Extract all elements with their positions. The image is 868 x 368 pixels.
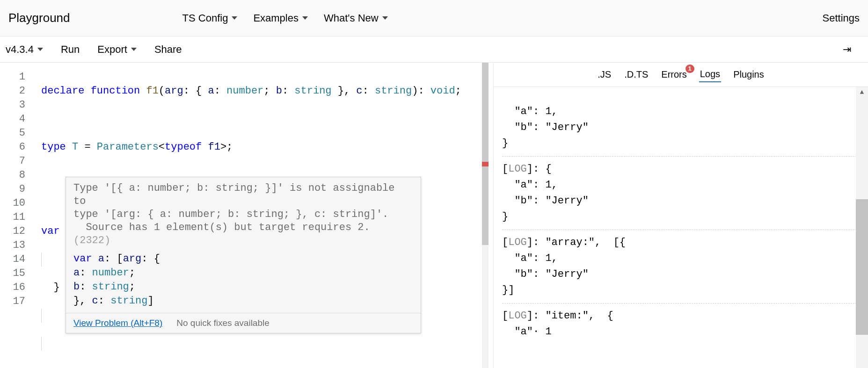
kw-typeof: typeof [165, 141, 202, 153]
line-number: 15 [0, 267, 25, 281]
param-c: c [92, 295, 98, 307]
menu-ts-config-label: TS Config [182, 12, 228, 24]
hover-tooltip: Type '[{ a: number; b: string; }]' is no… [66, 177, 421, 333]
type-string: string [294, 85, 331, 97]
sub-bar: v4.3.4 Run Export Share ⇥ [0, 36, 868, 63]
log-head: { [539, 163, 551, 175]
tab-dts[interactable]: .D.TS [623, 67, 649, 82]
chevron-down-icon [131, 48, 137, 51]
type-void: void [430, 85, 455, 97]
move-right-icon[interactable]: ⇥ [843, 43, 862, 56]
side-panel: .JS .D.TS Errors 1 Logs Plugins "a": 1, … [494, 63, 868, 368]
minimap-error-marker[interactable] [482, 162, 489, 166]
type-number: number [92, 267, 129, 279]
tab-plugins[interactable]: Plugins [732, 67, 765, 82]
log-line: "b": "Jerry" [502, 195, 589, 207]
export-button[interactable]: Export [97, 43, 137, 56]
prop-b: b [73, 281, 80, 293]
type-string: string [110, 295, 147, 307]
line-number: 1 [0, 70, 25, 84]
log-line: "a"· 1 [502, 326, 552, 338]
fn-name: f1 [146, 85, 158, 97]
version-label: v4.3.4 [6, 43, 34, 56]
id-f1: f1 [208, 141, 220, 153]
param-c: c [356, 85, 362, 97]
scroll-up-icon[interactable]: ▲ [856, 87, 868, 97]
hover-type-signature: var a: [arg: { a: number; b: string; }, … [66, 250, 421, 313]
top-menu: TS Config Examples What's New [182, 12, 388, 24]
log-line: "b": "Jerry" [502, 122, 589, 133]
line-number: 13 [0, 238, 25, 253]
prop-a: a [73, 267, 80, 279]
line-number: 8 [0, 168, 25, 182]
minimap[interactable] [482, 63, 489, 368]
export-label: Export [97, 43, 127, 56]
type-string: string [375, 85, 412, 97]
id-cons: cons [41, 366, 66, 368]
line-number: 3 [0, 98, 25, 112]
msg-line: Source has 1 element(s) but target requi… [73, 222, 376, 233]
line-number: 7 [0, 154, 25, 168]
log-label: LOG [508, 237, 527, 248]
menu-examples-label: Examples [253, 12, 299, 24]
menu-examples[interactable]: Examples [253, 12, 308, 24]
line-number: 17 [0, 295, 25, 309]
kw-declare: declare [41, 85, 84, 97]
minimap-thumb[interactable] [482, 63, 489, 245]
type-t: T [72, 141, 78, 153]
line-number: 10 [0, 196, 25, 210]
hover-error-message: Type '[{ a: number; b: string; }]' is no… [66, 177, 421, 250]
page-title: Playground [8, 11, 70, 25]
log-head: "array:", [{ [539, 237, 626, 248]
view-problem-link[interactable]: View Problem (Alt+F8) [73, 318, 162, 328]
tab-js[interactable]: .JS [597, 67, 612, 82]
tab-errors-label: Errors [661, 69, 686, 79]
log-line: }] [502, 284, 514, 296]
output-tabs: .JS .D.TS Errors 1 Logs Plugins [494, 63, 868, 87]
line-number: 14 [0, 253, 25, 267]
chevron-down-icon [382, 16, 388, 20]
param-arg: arg [123, 253, 142, 265]
log-line: "a": 1, [502, 253, 558, 264]
kw-type: type [41, 141, 66, 153]
tab-logs[interactable]: Logs [699, 67, 721, 82]
log-label: LOG [508, 310, 527, 322]
scrollbar-thumb[interactable] [856, 199, 868, 335]
errors-badge: 1 [686, 65, 694, 73]
msg-line: Type '[{ a: number; b: string; }]' is no… [73, 182, 401, 207]
menu-whats-new[interactable]: What's New [324, 12, 388, 24]
top-bar: Playground TS Config Examples What's New… [0, 0, 868, 36]
logs-output[interactable]: "a": 1, "b": "Jerry" } [LOG]: { "a": 1, … [494, 87, 868, 368]
line-gutter: 1 2 3 4 5 6 7 8 9 10 11 12 13 14 15 16 1… [0, 63, 33, 309]
share-button[interactable]: Share [154, 43, 182, 56]
type-string: string [92, 281, 129, 293]
code-editor[interactable]: 1 2 3 4 5 6 7 8 9 10 11 12 13 14 15 16 1… [0, 63, 494, 368]
log-entry: [LOG]: "array:", [{ "a": 1, "b": "Jerry"… [502, 230, 861, 303]
chevron-down-icon [232, 16, 237, 20]
main-area: 1 2 3 4 5 6 7 8 9 10 11 12 13 14 15 16 1… [0, 63, 868, 368]
run-button[interactable]: Run [61, 43, 80, 56]
type-parameters: Parameters [97, 141, 159, 153]
log-line: "a": 1, [502, 179, 558, 191]
log-head: "item:", { [539, 310, 613, 322]
line-number: 2 [0, 84, 25, 98]
chevron-down-icon [37, 48, 43, 51]
scrollbar-vertical[interactable]: ▲ [856, 87, 868, 368]
hover-fix-hint: No quick fixes available [176, 318, 270, 328]
tab-errors[interactable]: Errors 1 [660, 67, 687, 82]
settings-link[interactable]: Settings [823, 12, 860, 24]
log-line: } [502, 211, 508, 223]
line-number: 6 [0, 140, 25, 154]
log-entry: [LOG]: { "a": 1, "b": "Jerry" } [502, 156, 861, 230]
msg-line: type '[arg: { a: number; b: string; }, c… [73, 209, 388, 220]
kw-var: var [73, 253, 92, 265]
line-number: 4 [0, 112, 25, 126]
log-label: LOG [508, 163, 527, 175]
log-line: "b": "Jerry" [502, 268, 589, 280]
kw-var: var [41, 225, 60, 237]
menu-ts-config[interactable]: TS Config [182, 12, 238, 24]
hover-footer: View Problem (Alt+F8) No quick fixes ava… [66, 313, 421, 333]
menu-whats-new-label: What's New [324, 12, 379, 24]
version-select[interactable]: v4.3.4 [6, 43, 43, 56]
type-number: number [226, 85, 263, 97]
